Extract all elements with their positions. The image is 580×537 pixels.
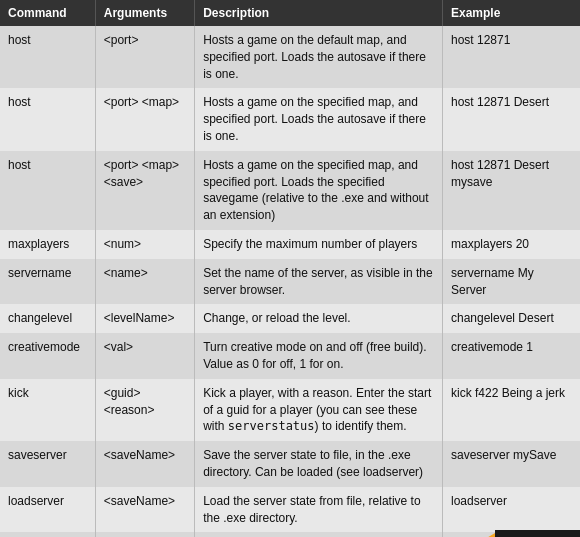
cell-arguments: <guid>	[95, 532, 194, 537]
watermark-dark: ycbug GAMERSKY	[495, 530, 580, 537]
cell-command: host	[0, 26, 95, 88]
cell-description: Hosts a game on the specified map, and s…	[195, 151, 443, 230]
cell-description: Change the game id (used by server brows…	[195, 532, 443, 537]
table-row: loadserver<saveName>Load the server stat…	[0, 487, 580, 533]
cell-arguments: <port> <map> <save>	[95, 151, 194, 230]
cell-example: changelevel Desert	[442, 304, 580, 333]
command-reference-table: Command Arguments Description Example ho…	[0, 0, 580, 537]
cell-command: host	[0, 88, 95, 150]
watermark-triangle	[420, 530, 500, 537]
cell-arguments: <num>	[95, 230, 194, 259]
cell-example: host 12871 Desert mysave	[442, 151, 580, 230]
cell-example: servername My Server	[442, 259, 580, 305]
cell-command: servername	[0, 259, 95, 305]
header-description: Description	[195, 0, 443, 26]
table-row: host<port> <map>Hosts a game on the spec…	[0, 88, 580, 150]
cell-description: Set the name of the server, as visible i…	[195, 259, 443, 305]
cell-example: loadserver	[442, 487, 580, 533]
cell-command: host	[0, 151, 95, 230]
cell-example: creativemode 1	[442, 333, 580, 379]
cell-arguments: <port>	[95, 26, 194, 88]
cell-command: saveserver	[0, 441, 95, 487]
cell-description: Change, or reload the level.	[195, 304, 443, 333]
cell-arguments: <port> <map>	[95, 88, 194, 150]
cell-command: maxplayers	[0, 230, 95, 259]
table-row: changelevel<levelName>Change, or reload …	[0, 304, 580, 333]
cell-description: Hosts a game on the specified map, and s…	[195, 88, 443, 150]
watermark-overlay: ycbug GAMERSKY	[415, 530, 580, 537]
header-example: Example	[442, 0, 580, 26]
table-row: creativemode<val>Turn creative mode on a…	[0, 333, 580, 379]
cell-description: Turn creative mode on and off (free buil…	[195, 333, 443, 379]
table-row: saveserver<saveName>Save the server stat…	[0, 441, 580, 487]
cell-example: maxplayers 20	[442, 230, 580, 259]
table-row: servername<name>Set the name of the serv…	[0, 259, 580, 305]
cell-arguments: <guid> <reason>	[95, 379, 194, 441]
cell-description: Save the server state to file, in the .e…	[195, 441, 443, 487]
cell-arguments: <saveName>	[95, 487, 194, 533]
table-row: maxplayers<num>Specify the maximum numbe…	[0, 230, 580, 259]
table-body: host<port>Hosts a game on the default ma…	[0, 26, 580, 537]
table-row: kick<guid> <reason>Kick a player, with a…	[0, 379, 580, 441]
cell-example: host 12871	[442, 26, 580, 88]
cell-command: kick	[0, 379, 95, 441]
cell-command: changelevel	[0, 304, 95, 333]
cell-description: Load the server state from file, relativ…	[195, 487, 443, 533]
cell-command: creativemode	[0, 333, 95, 379]
cell-description: Kick a player, with a reason. Enter the …	[195, 379, 443, 441]
header-arguments: Arguments	[95, 0, 194, 26]
cell-example: host 12871 Desert	[442, 88, 580, 150]
cell-arguments: <saveName>	[95, 441, 194, 487]
cell-arguments: <levelName>	[95, 304, 194, 333]
header-command: Command	[0, 0, 95, 26]
cell-arguments: <name>	[95, 259, 194, 305]
table-header: Command Arguments Description Example	[0, 0, 580, 26]
cell-command: changegameid	[0, 532, 95, 537]
cell-description: Hosts a game on the default map, and spe…	[195, 26, 443, 88]
table-row: host<port> <map> <save>Hosts a game on t…	[0, 151, 580, 230]
cell-example: saveserver mySave	[442, 441, 580, 487]
cell-description: Specify the maximum number of players	[195, 230, 443, 259]
cell-example: kick f422 Being a jerk	[442, 379, 580, 441]
cell-command: loadserver	[0, 487, 95, 533]
cell-arguments: <val>	[95, 333, 194, 379]
table-row: host<port>Hosts a game on the default ma…	[0, 26, 580, 88]
